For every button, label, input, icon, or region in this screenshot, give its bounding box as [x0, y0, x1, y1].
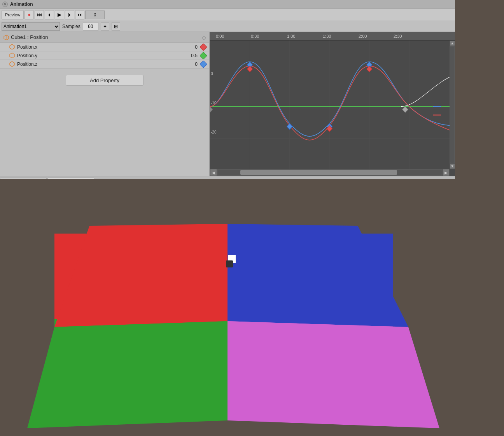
keyframe-icon: ◇ — [202, 34, 206, 40]
cube-icon — [3, 34, 9, 40]
curve-area: 0 -10 -20 — [210, 40, 455, 176]
title-bar: × Animation — [0, 0, 455, 9]
svg-marker-21 — [210, 107, 213, 113]
skip-end-button[interactable]: ⏭ — [75, 10, 84, 19]
scroll-track-vertical[interactable] — [450, 47, 454, 163]
svg-marker-15 — [287, 123, 292, 129]
tick-200: 2:00 — [359, 32, 367, 40]
left-panel: Cube1 : Position ◇ Position.x 0 — [0, 32, 210, 176]
property-group-title: Cube1 : Position — [11, 34, 48, 40]
tick-000: 0:00 — [216, 32, 224, 40]
curve-svg — [210, 40, 455, 176]
main-content: Cube1 : Position ◇ Position.x 0 — [0, 32, 455, 176]
property-row-x[interactable]: Position.x 0 — [0, 43, 209, 51]
tick-030: 0:30 — [251, 32, 259, 40]
property-header: Cube1 : Position ◇ — [0, 32, 209, 43]
prev-frame-icon: ⏴ — [47, 12, 52, 18]
position-x-icon — [9, 44, 16, 50]
svg-marker-32 — [228, 321, 439, 428]
record-icon: ● — [28, 12, 31, 18]
samples-input[interactable] — [83, 22, 98, 31]
position-z-icon — [9, 61, 16, 67]
skip-end-icon: ⏭ — [77, 12, 82, 18]
toolbar: Preview ● ⏮ ⏴ ▶ ⏵ ⏭ — [0, 9, 455, 21]
svg-marker-22 — [402, 107, 408, 113]
animation-panel: × Animation Preview ● ⏮ ⏴ ▶ ⏵ ⏭ Animatio… — [0, 0, 455, 179]
svg-marker-2 — [10, 44, 14, 49]
position-y-label: Position.y — [17, 53, 182, 58]
next-frame-button[interactable]: ⏵ — [65, 10, 74, 19]
time-input[interactable] — [85, 11, 105, 19]
close-icon: × — [4, 2, 6, 6]
preview-button[interactable]: Preview — [2, 10, 24, 19]
svg-marker-4 — [10, 62, 14, 67]
vertical-scrollbar: ▲ ▼ — [450, 40, 455, 169]
samples-label: Samples — [62, 24, 80, 29]
keyframe-add-icon[interactable]: ✦ — [101, 22, 109, 31]
position-z-label: Position.z — [17, 62, 182, 67]
play-icon: ▶ — [58, 12, 61, 18]
tick-130: 1:30 — [323, 32, 331, 40]
position-y-dot[interactable] — [200, 52, 207, 60]
floor-svg — [0, 179, 504, 436]
play-button[interactable]: ▶ — [55, 10, 64, 19]
skip-start-icon: ⏮ — [37, 12, 42, 18]
property-row-y[interactable]: Position.y 0.5 — [0, 51, 209, 60]
add-property-button[interactable]: Add Property — [66, 75, 144, 86]
scroll-left-button[interactable]: ◀ — [210, 169, 217, 176]
3d-viewport — [0, 179, 504, 436]
cube-object — [225, 255, 238, 269]
add-track-icon[interactable]: ⊞ — [112, 22, 120, 31]
property-row-z[interactable]: Position.z 0 — [0, 60, 209, 69]
position-y-icon — [9, 53, 16, 59]
skip-start-button[interactable]: ⏮ — [35, 10, 44, 19]
svg-marker-3 — [10, 53, 14, 58]
position-x-dot[interactable] — [200, 43, 207, 51]
svg-marker-31 — [27, 321, 228, 428]
animation-name-select[interactable]: Animation1 — [2, 22, 60, 31]
curve-editor: 0:00 0:30 1:00 1:30 2:00 2:30 0 -10 -20 — [210, 32, 455, 176]
close-button[interactable]: × — [2, 2, 8, 7]
cube-dark-face — [226, 260, 233, 267]
record-button[interactable]: ● — [24, 10, 34, 19]
horizontal-scrollbar: ◀ ▶ — [210, 169, 450, 176]
position-z-value: 0 — [182, 62, 198, 67]
next-frame-icon: ⏵ — [67, 12, 72, 18]
timeline-header: 0:00 0:30 1:00 1:30 2:00 2:30 — [210, 32, 455, 40]
scroll-track-horizontal[interactable] — [218, 170, 442, 175]
prev-frame-button[interactable]: ⏴ — [45, 10, 54, 19]
scroll-thumb — [240, 170, 397, 175]
scroll-down-button[interactable]: ▼ — [450, 164, 455, 169]
position-y-value: 0.5 — [182, 53, 198, 58]
window-title: Animation — [10, 2, 33, 7]
scroll-right-button[interactable]: ▶ — [443, 169, 450, 176]
position-z-dot[interactable] — [200, 60, 207, 68]
svg-marker-20 — [367, 66, 372, 72]
scroll-up-button[interactable]: ▲ — [450, 40, 455, 46]
tick-100: 1:00 — [287, 32, 295, 40]
position-x-value: 0 — [182, 44, 198, 50]
tick-230: 2:30 — [394, 32, 402, 40]
anim-name-row: Animation1 Samples ✦ ⊞ — [0, 21, 455, 32]
svg-marker-18 — [247, 66, 252, 72]
position-x-label: Position.x — [17, 44, 182, 50]
